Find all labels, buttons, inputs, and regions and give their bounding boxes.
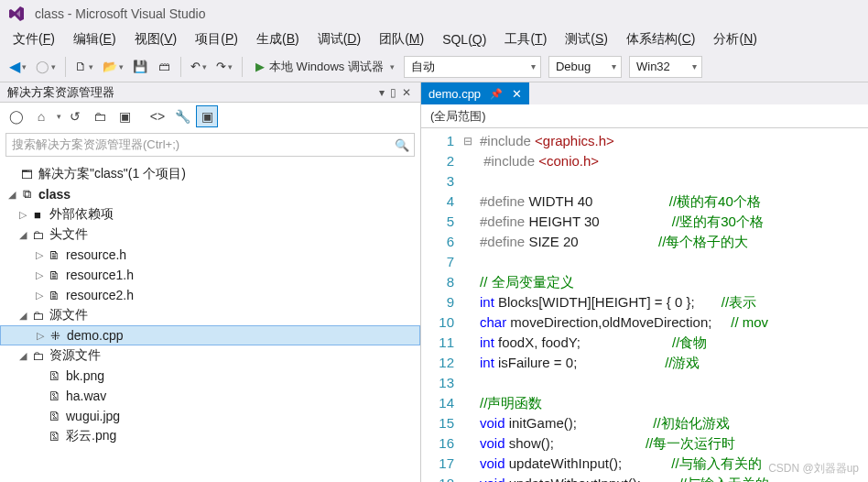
file-icon: ⁜ [47, 329, 63, 343]
tree-label: resource.h [66, 247, 126, 262]
tree-row[interactable]: 🖻彩云.png [0, 426, 420, 446]
window-title: class - Microsoft Visual Studio [35, 6, 205, 21]
config-combo[interactable]: Debug [548, 56, 622, 78]
tree-row[interactable]: 🖻ha.wav [0, 386, 420, 406]
nav-forward-button[interactable]: ◯▾ [32, 56, 60, 78]
tree-label: resource2.h [66, 288, 134, 302]
toolbar: ◀▾ ◯▾ 🗋▾ 📂▾ 💾 🗃 ↶▾ ↷▾ ▶ 本地 Windows 调试器 ▾… [0, 51, 868, 82]
code-area[interactable]: 12345678910111213141516171819 ⊟ #include… [421, 128, 868, 482]
nav-back-button[interactable]: ◀▾ [5, 56, 30, 78]
code-icon[interactable]: <> [146, 105, 168, 127]
title-bar: class - Microsoft Visual Studio [0, 0, 868, 27]
file-icon: 🗀 [29, 228, 46, 242]
tab-strip: demo.cpp 📌 ✕ [421, 82, 868, 104]
new-project-button[interactable]: 🗋▾ [71, 56, 97, 78]
tab-demo-cpp[interactable]: demo.cpp 📌 ✕ [421, 82, 529, 104]
undo-button[interactable]: ↶▾ [187, 56, 211, 78]
file-icon: 🖻 [46, 369, 62, 383]
tree-label: demo.cpp [67, 328, 123, 343]
redo-button[interactable]: ↷▾ [212, 56, 236, 78]
menu-item[interactable]: 体系结构(C) [617, 29, 704, 49]
open-file-button[interactable]: 📂▾ [99, 56, 127, 78]
mode-combo[interactable]: 自动 [404, 56, 541, 78]
search-input[interactable]: 搜索解决方案资源管理器(Ctrl+;) [5, 133, 415, 157]
separator [65, 57, 66, 77]
tree-label: class [38, 187, 71, 202]
file-icon: ■ [29, 208, 46, 222]
tree-label: 头文件 [49, 226, 88, 243]
expander-icon[interactable]: ◢ [16, 229, 29, 241]
close-icon[interactable]: ✕ [512, 87, 522, 101]
expander-icon[interactable]: ▷ [33, 290, 46, 301]
save-all-button[interactable]: 🗃 [153, 56, 175, 78]
start-debug-button[interactable]: ▶ 本地 Windows 调试器 ▾ [248, 56, 402, 78]
tree-row[interactable]: ◢🗀资源文件 [0, 345, 420, 366]
show-all-icon[interactable]: ▣ [114, 105, 136, 127]
menu-item[interactable]: 调试(D) [309, 29, 370, 49]
properties-icon[interactable]: 🔧 [171, 105, 193, 127]
menu-item[interactable]: 视图(V) [125, 29, 187, 49]
separator [242, 57, 243, 77]
tree-label: 解决方案"class"(1 个项目) [38, 166, 186, 182]
vs-logo-icon [5, 3, 27, 25]
panel-pin-icon[interactable]: ▯ [388, 86, 398, 99]
solution-explorer: 解决方案资源管理器 ▾ ▯ ✕ ◯ ⌂ ▾ ↺ 🗀 ▣ <> 🔧 ▣ 搜索解决方… [0, 82, 421, 482]
tab-label: demo.cpp [429, 87, 481, 101]
menu-bar: 文件(F)编辑(E)视图(V)项目(P)生成(B)调试(D)团队(M)SQL(Q… [0, 27, 868, 51]
tree-row[interactable]: ▷🗎resource1.h [0, 265, 420, 285]
file-icon: 🗔 [18, 168, 35, 181]
preview-icon[interactable]: ▣ [196, 105, 218, 127]
menu-item[interactable]: 编辑(E) [64, 29, 125, 49]
menu-item[interactable]: 团队(M) [370, 29, 433, 49]
file-icon: 🗎 [46, 248, 62, 262]
platform-combo[interactable]: Win32 [629, 56, 702, 78]
tree-label: 资源文件 [49, 347, 101, 364]
menu-item[interactable]: 生成(B) [247, 29, 309, 49]
tree-row[interactable]: ▷■外部依赖项 [0, 204, 420, 225]
expander-icon[interactable]: ▷ [16, 209, 29, 221]
menu-item[interactable]: 分析(N) [704, 29, 765, 49]
fold-column: ⊟ [461, 128, 474, 482]
save-button[interactable]: 💾 [129, 56, 151, 78]
file-icon: 🖻 [46, 389, 62, 403]
expander-icon[interactable]: ▷ [33, 249, 46, 261]
tree-row[interactable]: ▷🗎resource.h [0, 245, 420, 265]
tree-label: 源文件 [49, 307, 88, 323]
expander-icon[interactable]: ▷ [33, 269, 46, 281]
tree-row[interactable]: 🖻wugui.jpg [0, 406, 420, 426]
home-button[interactable]: ⌂ [30, 105, 52, 127]
panel-header: 解决方案资源管理器 ▾ ▯ ✕ [0, 82, 420, 103]
menu-item[interactable]: SQL(Q) [433, 30, 495, 49]
expander-icon[interactable]: ◢ [16, 310, 29, 322]
menu-item[interactable]: 工具(T) [495, 29, 556, 49]
expander-icon[interactable]: ◢ [5, 189, 18, 201]
menu-item[interactable]: 文件(F) [4, 29, 64, 49]
tree-row[interactable]: ◢🗀源文件 [0, 305, 420, 325]
file-icon: ⧉ [18, 187, 35, 202]
scope-combo[interactable]: (全局范围) [421, 104, 868, 128]
tree-row[interactable]: 🖻bk.png [0, 366, 420, 386]
menu-item[interactable]: 项目(P) [186, 29, 247, 49]
home-icon[interactable]: ◯ [5, 105, 27, 127]
pin-icon[interactable]: 📌 [490, 88, 503, 100]
editor: demo.cpp 📌 ✕ (全局范围) 12345678910111213141… [421, 82, 868, 482]
code-body[interactable]: #include <graphics.h> #include <conio.h>… [474, 128, 868, 482]
expander-icon[interactable]: ◢ [16, 350, 29, 362]
file-icon: 🖻 [46, 430, 62, 444]
watermark: CSDN @刘器器up [768, 461, 859, 477]
tree-row[interactable]: ▷⁜ demo.cpp [0, 325, 420, 345]
tree-row[interactable]: ▷🗎resource2.h [0, 285, 420, 305]
expander-icon[interactable]: ▷ [34, 330, 47, 342]
collapse-icon[interactable]: 🗀 [89, 105, 111, 127]
tree-row[interactable]: ◢🗀头文件 [0, 225, 420, 245]
line-gutter: 12345678910111213141516171819 [421, 128, 461, 482]
tree-label: bk.png [66, 368, 104, 383]
panel-menu-icon[interactable]: ▾ [377, 86, 386, 99]
panel-close-icon[interactable]: ✕ [400, 86, 413, 99]
tree-label: ha.wav [66, 389, 106, 403]
sync-icon[interactable]: ↺ [64, 105, 86, 127]
file-icon: 🖻 [46, 410, 62, 423]
tree-row[interactable]: 🗔解决方案"class"(1 个项目) [0, 164, 420, 184]
tree-row[interactable]: ◢⧉class [0, 184, 420, 204]
menu-item[interactable]: 测试(S) [556, 29, 617, 49]
